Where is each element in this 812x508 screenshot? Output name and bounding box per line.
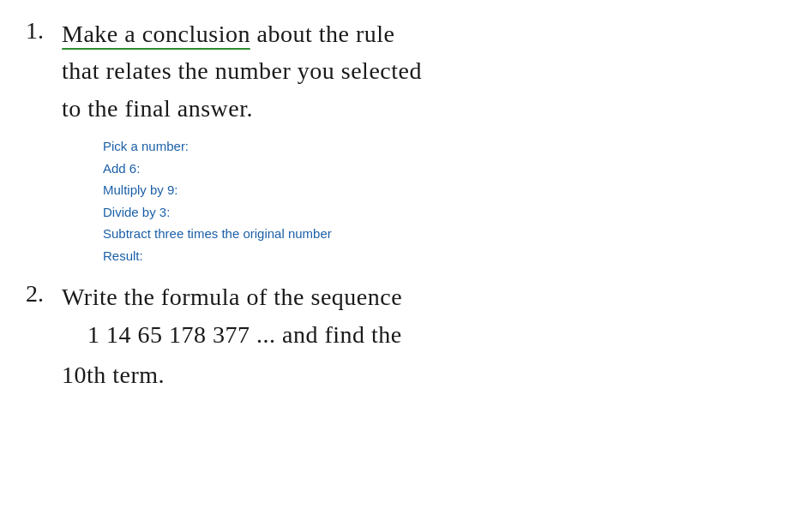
question-1-underlined: Make a conclusion: [62, 21, 250, 47]
question-2-line3: 10th term.: [62, 353, 786, 393]
question-1-line1-rest: about the rule: [250, 21, 394, 47]
step-pick: Pick a number:: [103, 135, 786, 158]
steps-block: Pick a number: Add 6: Multiply by 9: Div…: [103, 135, 786, 266]
question-1-lines: Make a conclusion about the rule that re…: [62, 15, 786, 127]
question-2-line1: Write the formula of the sequence: [62, 278, 786, 315]
question-2-lines: Write the formula of the sequence 1 14 6…: [62, 278, 786, 393]
question-2-line2: 1 14 65 178 377 ... and find the: [62, 316, 786, 353]
step-multiply: Multiply by 9:: [103, 179, 786, 201]
question-1-line3: to the final answer.: [62, 90, 786, 127]
question-2-block: 2. Write the formula of the sequence 1 1…: [26, 278, 786, 393]
question-1-number: 1.: [26, 15, 62, 45]
question-1-line1: Make a conclusion about the rule: [62, 15, 786, 52]
question-1-line2: that relates the number you selected: [62, 52, 786, 89]
step-result: Result:: [103, 245, 786, 267]
step-add: Add 6:: [103, 158, 786, 180]
step-divide: Divide by 3:: [103, 201, 786, 224]
question-1-block: 1. Make a conclusion about the rule that…: [26, 15, 786, 127]
step-subtract: Subtract three times the original number: [103, 223, 786, 245]
question-2-number: 2.: [26, 278, 62, 308]
